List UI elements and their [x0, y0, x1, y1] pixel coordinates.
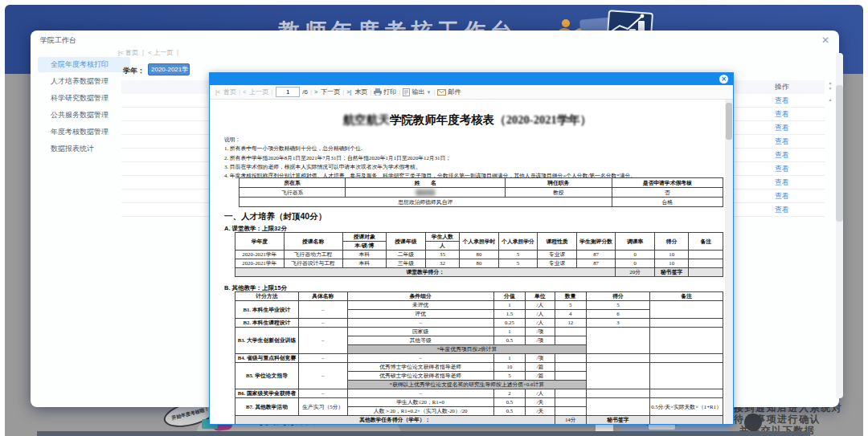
table-cell: B6. 国家级奖学金获得者 — [235, 389, 299, 398]
table-cell — [649, 416, 723, 425]
view-link[interactable]: 查看 — [764, 121, 800, 134]
sidebar-item-annual-print[interactable]: 全院年度考核打印 — [38, 57, 130, 72]
view-link[interactable]: 查看 — [764, 108, 800, 120]
table-cell: 4 — [555, 310, 586, 319]
table-cell: 0 — [616, 251, 655, 259]
table-cell — [555, 389, 586, 398]
first-page-button[interactable]: |<首页 — [215, 88, 236, 96]
last-page-button[interactable]: >|末页 — [346, 88, 367, 96]
mail-button[interactable]: 邮件 — [437, 88, 461, 96]
sidebar-item-research-data[interactable]: 科学研究数据管理 — [38, 91, 130, 106]
table-cell — [555, 372, 586, 381]
table-cell: 人数＞20，R1=0.2×（实习人数-20）/20 — [347, 407, 493, 416]
close-icon[interactable]: ✕ — [821, 35, 829, 46]
prev-page-button[interactable]: <上一页 — [243, 88, 268, 96]
note-line: 2. 所有表中学年指2020年8月1日至2021年7月31日；自然年指2020年… — [224, 153, 724, 162]
table-cell — [649, 354, 723, 363]
page-input[interactable] — [276, 87, 300, 97]
table-cell: 授课年级 — [387, 233, 426, 251]
table-cell: 教授 — [506, 188, 612, 198]
scrollbar-thumb[interactable] — [726, 103, 732, 140]
table-cell: – — [347, 354, 493, 363]
table-cell: /人 — [526, 301, 555, 310]
table-cell — [555, 354, 586, 363]
table-cell: 思想政治师德师风自评 — [240, 198, 612, 207]
table-cell: 得分 — [654, 233, 688, 251]
notes-label: 说明： — [224, 135, 724, 144]
table-cell: B3. 大学生创新创业训练 — [235, 328, 299, 354]
view-link[interactable]: 查看 — [764, 176, 800, 189]
table-cell: 87 — [576, 259, 616, 268]
table-cell: 5 — [498, 259, 538, 268]
year-select[interactable]: 2020-2021学年 — [148, 63, 190, 75]
ops-header-label: 操作 — [764, 80, 800, 94]
table-cell — [587, 328, 650, 354]
document-title: 航空航天学院教师年度考核表（2020-2021学年） — [210, 112, 725, 128]
table-cell: 6 — [587, 310, 650, 319]
table-cell: B1. 本科生毕业设计 — [235, 301, 299, 319]
table-cell: 2020-2021学年 — [235, 251, 285, 259]
table-cell — [555, 336, 586, 345]
table-cell: 1 — [493, 328, 525, 336]
table-cell: – — [298, 389, 347, 398]
table-cell: 本科 — [342, 251, 387, 259]
note-line: 3. 目前在学术假的老师，根据本人实际情况可以申请本次或者次年为学术假考核。 — [224, 162, 724, 171]
table-cell: 三年级 — [387, 259, 426, 268]
sidebar-item-report-stats[interactable]: 数据报表统计 — [38, 141, 130, 157]
document-scrollbar[interactable] — [725, 100, 733, 424]
table-cell — [649, 389, 723, 398]
print-button[interactable]: 打印 — [374, 88, 396, 96]
table-cell: – — [298, 363, 347, 389]
table-cell — [555, 363, 586, 372]
table-cell: 合格 — [612, 198, 723, 207]
section-heading: 一、人才培养（封顶40分） — [224, 211, 326, 222]
table-cell: 所在系 — [240, 178, 346, 188]
table-cell: B2. 本科生课程设计 — [235, 319, 299, 328]
table-cell — [587, 354, 650, 363]
scrollbar-thumb[interactable] — [836, 85, 843, 222]
sidebar-item-service-data[interactable]: 公共服务数据管理 — [38, 108, 130, 123]
college-workbench-dialog: 学院工作台 ✕ 全院年度考核打印 人才培养数据管理 科学研究数据管理 公共服务数… — [31, 31, 839, 407]
table-cell: 35 — [425, 251, 459, 259]
table-cell: B7. 其他教学活动 — [235, 398, 299, 416]
table-cell: 20分 — [616, 268, 655, 277]
table-cell: /人 — [526, 389, 555, 398]
view-link[interactable]: 查看 — [764, 203, 800, 216]
view-link[interactable]: 查看 — [764, 135, 800, 148]
close-icon[interactable]: ✕ — [719, 75, 728, 84]
table-cell — [587, 363, 650, 389]
table-cell: 计分方法 — [235, 292, 299, 301]
table-cell: – — [347, 319, 493, 328]
table-cell: 0.5 — [493, 336, 525, 345]
table-cell: 秘书签字 — [654, 268, 688, 277]
basic-info-table: 所在系姓 名聘任职务是否申请学术假考核飞行器系█████教授否思想政治师德师风自… — [239, 177, 723, 207]
table-cell — [689, 259, 723, 268]
table-cell: /人 — [526, 319, 555, 328]
table-cell: 调课率 — [616, 233, 655, 251]
view-link[interactable]: 查看 — [764, 162, 800, 175]
dialog-title: 学院工作台 — [40, 35, 76, 46]
redacted-year: （2020-2021学年） — [494, 113, 592, 126]
table-cell: /项 — [526, 336, 555, 345]
view-link[interactable]: 查看 — [764, 94, 800, 107]
pager-fragment[interactable]: |< 首页 ｜ < 上一页 ｜ — [118, 48, 184, 57]
table-cell — [649, 328, 723, 354]
sidebar-item-talent-data[interactable]: 人才培养数据管理 — [38, 74, 130, 89]
table-cell: 87 — [576, 251, 616, 259]
printer-icon — [374, 88, 382, 96]
other-teaching-table: 计分方法具体名称条件细分分值单位数量得分备注B1. 本科生毕业设计–未评优1/人… — [235, 291, 723, 424]
dialog-scrollbar[interactable] — [836, 53, 843, 398]
table-cell: 未评优 — [347, 301, 493, 310]
table-cell: 5 — [493, 372, 525, 381]
table-cell: – — [298, 354, 347, 363]
view-link[interactable]: 查看 — [764, 149, 800, 161]
table-cell: /项 — [526, 328, 555, 336]
next-page-button[interactable]: >下一页 — [314, 88, 340, 96]
view-link[interactable]: 查看 — [764, 189, 800, 202]
table-cell: 课程性质 — [538, 233, 577, 251]
sidebar-item-assessment-data[interactable]: 年度考核数据管理 — [38, 124, 130, 140]
table-cell: 10 — [654, 251, 688, 259]
export-button[interactable]: 输出▼ — [403, 88, 431, 96]
sort-arrows-icon[interactable]: ▲▼▲ — [826, 80, 834, 103]
table-cell: █████ — [346, 188, 506, 198]
